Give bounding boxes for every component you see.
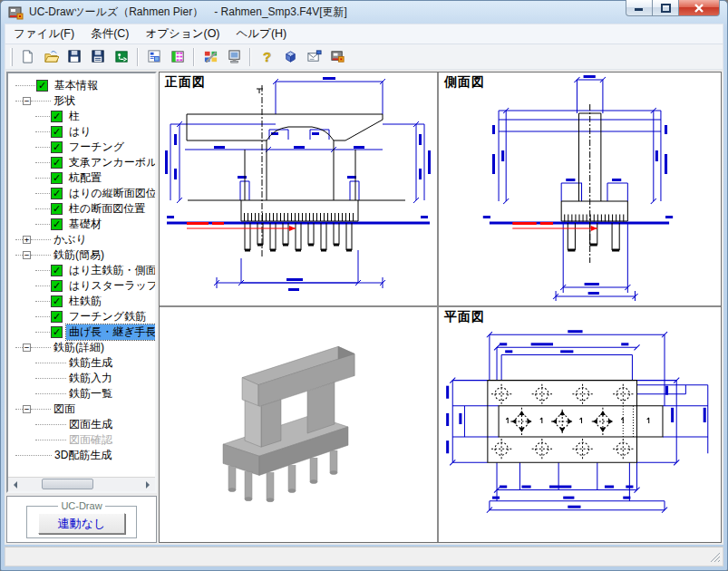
menu-item-condition[interactable]: 条件(C) bbox=[83, 24, 137, 44]
plan-view-label: 平面図 bbox=[444, 309, 485, 325]
front-dimension-lines bbox=[170, 79, 424, 288]
new-file-button[interactable] bbox=[16, 46, 38, 68]
collapse-icon[interactable]: − bbox=[23, 344, 31, 352]
checkbox-icon[interactable]: ✓ bbox=[51, 295, 63, 307]
checkbox-icon[interactable]: ✓ bbox=[51, 311, 63, 323]
minimize-button[interactable] bbox=[626, 0, 653, 16]
3d-rebar-view-button[interactable] bbox=[279, 46, 301, 68]
app-icon bbox=[8, 5, 24, 20]
tree-item-rebar-input[interactable]: 鉄筋入力 bbox=[8, 371, 155, 386]
list-table-button[interactable] bbox=[167, 46, 189, 68]
scroll-right-arrow[interactable] bbox=[141, 478, 155, 491]
checkbox-icon[interactable]: ✓ bbox=[51, 157, 63, 169]
tree-item-label: 3D配筋生成 bbox=[52, 448, 114, 463]
toolbar-grip bbox=[10, 48, 13, 66]
checkbox-icon[interactable]: ✓ bbox=[51, 280, 63, 292]
tree-item-shape[interactable]: −形状 bbox=[8, 93, 155, 109]
front-view-drawing bbox=[160, 73, 437, 305]
tree-item-label: 図面確認 bbox=[66, 432, 115, 448]
save-file-button[interactable] bbox=[63, 46, 85, 68]
input-condition-button[interactable] bbox=[143, 46, 165, 68]
tree-item-label: はりスターラップ・仕口 bbox=[66, 278, 155, 294]
confirm-drawing-button[interactable] bbox=[223, 46, 245, 68]
tree-item-label: 基本情報 bbox=[52, 78, 101, 93]
tree-item-rebar-list[interactable]: 鉄筋一覧 bbox=[8, 386, 155, 402]
tree-item-rebar-generate[interactable]: 鉄筋生成 bbox=[8, 355, 155, 371]
menu-item-help[interactable]: ヘルプ(H) bbox=[228, 24, 296, 44]
checkbox-icon[interactable]: ✓ bbox=[51, 172, 63, 184]
tree-item-column-section-position[interactable]: ✓柱の断面図位置 bbox=[8, 201, 155, 217]
checkbox-icon[interactable]: ✓ bbox=[51, 188, 63, 199]
checkbox-icon[interactable]: ✓ bbox=[51, 111, 63, 122]
tree-item-rebar-detail[interactable]: −鉄筋(詳細) bbox=[8, 340, 155, 355]
tree-item-footing[interactable]: ✓フーチング bbox=[8, 140, 155, 155]
help-button[interactable]: ? bbox=[256, 46, 277, 68]
exit-app-button[interactable] bbox=[111, 46, 132, 68]
tree-item-label: 鉄筋生成 bbox=[66, 355, 115, 371]
uc-draw-logo-button[interactable] bbox=[326, 46, 348, 68]
tree-item-bearing-anchor-bolt[interactable]: ✓支承アンカーボルト bbox=[8, 155, 155, 170]
collapse-icon[interactable]: − bbox=[23, 97, 31, 105]
tree-item-foundation-material[interactable]: ✓基礎材 bbox=[8, 217, 155, 232]
front-structure-outline bbox=[187, 85, 405, 258]
checkbox-icon[interactable]: ✓ bbox=[51, 141, 63, 153]
tree-item-bend-splice-length[interactable]: ✓曲げ長・継ぎ手長 bbox=[8, 324, 155, 340]
collapse-icon[interactable]: − bbox=[23, 251, 31, 259]
status-bar bbox=[5, 547, 723, 566]
tree-item-drawing-generate[interactable]: 図面生成 bbox=[8, 417, 155, 432]
ucdraw-panel: UC-Draw 連動なし bbox=[6, 496, 157, 543]
tree-item-label: 形状 bbox=[51, 93, 78, 109]
tree-item-beam[interactable]: ✓はり bbox=[8, 124, 155, 140]
checkbox-icon[interactable]: ✓ bbox=[51, 265, 63, 276]
tree-item-rebar-simple[interactable]: −鉄筋(簡易) bbox=[8, 247, 155, 263]
tree-item-label: はりの縦断面図位置 bbox=[66, 186, 155, 201]
checkbox-icon[interactable]: ✓ bbox=[51, 203, 63, 215]
tree-item-label: 鉄筋(簡易) bbox=[51, 247, 107, 263]
tree-item-column-rebar[interactable]: ✓柱鉄筋 bbox=[8, 294, 155, 309]
window-title: UC-Drawツールズ（Rahmen Pier） - Rahmen_Smp3.F… bbox=[29, 5, 347, 20]
resize-grip[interactable] bbox=[709, 551, 721, 563]
checkbox-icon[interactable]: ✓ bbox=[36, 80, 48, 92]
help-icon: ? bbox=[262, 49, 270, 64]
plan-dimension-lines bbox=[450, 332, 708, 513]
tree-item-label: 図面 bbox=[51, 402, 78, 417]
expand-icon[interactable]: + bbox=[23, 236, 31, 244]
generate-drawing-button[interactable] bbox=[199, 46, 221, 68]
menu-item-file[interactable]: ファイル(F) bbox=[5, 24, 83, 44]
mail-button[interactable] bbox=[303, 46, 325, 68]
tree-item-beam-stirrup[interactable]: ✓はりスターラップ・仕口 bbox=[8, 278, 155, 294]
tree-item-3d-rebar-generate[interactable]: 3D配筋生成 bbox=[8, 448, 155, 463]
tree-item-footing-rebar[interactable]: ✓フーチング鉄筋 bbox=[8, 309, 155, 324]
titlebar[interactable]: UC-Drawツールズ（Rahmen Pier） - Rahmen_Smp3.F… bbox=[5, 1, 723, 24]
checkbox-icon[interactable]: ✓ bbox=[51, 326, 63, 338]
tree-item-drawing[interactable]: −図面 bbox=[8, 402, 155, 417]
tree-item-basic-info[interactable]: ✓基本情報 bbox=[8, 78, 155, 93]
ucdraw-link-button[interactable]: 連動なし bbox=[38, 513, 125, 534]
tree-horizontal-scrollbar[interactable] bbox=[8, 477, 155, 491]
tree-item-label: 支承アンカーボルト bbox=[66, 155, 155, 170]
menu-item-option[interactable]: オプション(O) bbox=[138, 24, 228, 44]
maximize-button[interactable] bbox=[653, 0, 678, 16]
tree-item-cover[interactable]: +かぶり bbox=[8, 232, 155, 247]
save-as-file-button[interactable] bbox=[87, 46, 109, 68]
side-view-panel: 側面図 bbox=[439, 73, 721, 305]
checkbox-icon[interactable]: ✓ bbox=[51, 126, 63, 138]
scroll-left-arrow[interactable] bbox=[8, 478, 23, 491]
toolbar-separator bbox=[137, 48, 139, 66]
tree-item-beam-main-rebar[interactable]: ✓はり主鉄筋・側面筋 bbox=[8, 263, 155, 278]
side-view-drawing bbox=[439, 73, 721, 305]
collapse-icon[interactable]: − bbox=[23, 405, 31, 413]
front-view-panel: 正面図 bbox=[160, 73, 437, 305]
tree-item-label: 柱の断面図位置 bbox=[66, 201, 148, 217]
scroll-thumb[interactable] bbox=[42, 479, 93, 489]
tree-item-label: 図面生成 bbox=[66, 417, 115, 432]
scroll-track[interactable] bbox=[23, 478, 141, 491]
open-file-button[interactable] bbox=[40, 46, 62, 68]
tree-item-beam-profile-position[interactable]: ✓はりの縦断面図位置 bbox=[8, 186, 155, 201]
tree-item-pile-layout[interactable]: ✓杭配置 bbox=[8, 170, 155, 186]
tree-item-drawing-confirm[interactable]: 図面確認 bbox=[8, 432, 155, 448]
tree-item-column[interactable]: ✓柱 bbox=[8, 109, 155, 124]
model-3d-drawing bbox=[160, 307, 437, 542]
checkbox-icon[interactable]: ✓ bbox=[51, 218, 63, 230]
close-button[interactable] bbox=[678, 0, 720, 16]
